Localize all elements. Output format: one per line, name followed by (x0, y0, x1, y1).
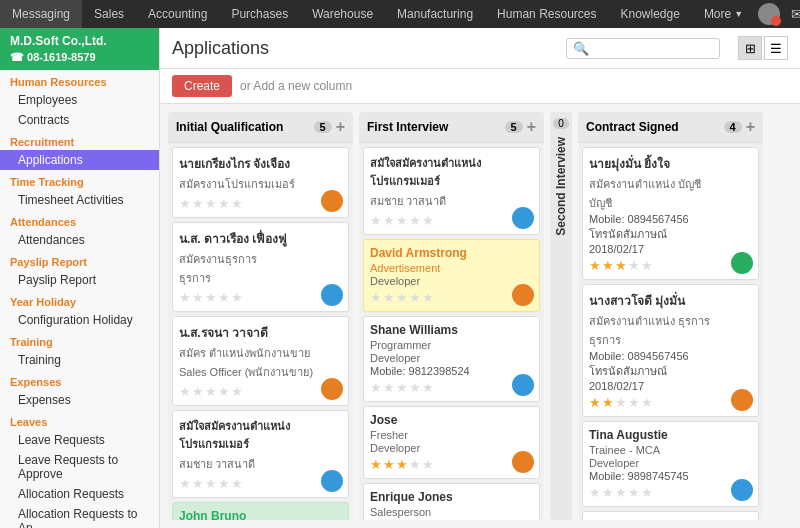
card-initial-2[interactable]: น.ส.รจนา วาจาดี สมัคร ตำแหน่งพนักงานขาย … (172, 316, 349, 406)
card-title: นางสาวโจดี มุ่งมั่น (589, 291, 752, 310)
card-contract-0[interactable]: นายมุ่งมั่น ยิ้งใจ สมัครงานตำแหน่ง บัญชี… (582, 147, 759, 280)
sidebar-item-leave-requests[interactable]: Leave Requests (0, 430, 159, 450)
card-avatar (512, 451, 534, 473)
card-initial-1[interactable]: น.ส. ดาวเรือง เฟื่องฟู สมัครงานธุรการ ธุ… (172, 222, 349, 312)
create-button[interactable]: Create (172, 75, 232, 97)
list-view-icon[interactable]: ☰ (764, 36, 788, 60)
card-contract-1[interactable]: นางสาวโจดี มุ่งมั่น สมัครงานตำแหน่ง ธุรก… (582, 284, 759, 417)
nav-item-sales[interactable]: Sales (82, 0, 136, 28)
nav-item-accounting[interactable]: Accounting (136, 0, 219, 28)
sidebar-item-contracts[interactable]: Contracts (0, 110, 159, 130)
search-box[interactable]: 🔍 (566, 38, 720, 59)
nav-item-more[interactable]: More▼ (692, 0, 755, 28)
card-sub1: สมัครงานตำแหน่ง ธุรการ (589, 312, 752, 330)
col-cards-initial: นายเกรียงไกร จังเจือง สมัครงานโปรแกรมเมอ… (168, 143, 353, 520)
card-sub1: Advertisement (370, 262, 533, 274)
sidebar-section-time-tracking: Time Tracking (0, 170, 159, 190)
col-add-initial[interactable]: + (336, 118, 345, 136)
sidebar-section-leaves: Leaves (0, 410, 159, 430)
search-input[interactable] (593, 41, 713, 55)
col-count-first: 5 (505, 121, 523, 133)
sidebar-item-config-holiday[interactable]: Configuration Holiday (0, 310, 159, 330)
col-add-contract[interactable]: + (746, 118, 755, 136)
sidebar: M.D.Soft Co.,Ltd. ☎ 08-1619-8579 Human R… (0, 28, 160, 528)
sidebar-item-timesheet[interactable]: Timesheet Activities (0, 190, 159, 210)
kanban-board: Initial Qualification 5 + นายเกรียงไกร จ… (160, 104, 800, 528)
logo-phone: ☎ 08-1619-8579 (10, 50, 149, 64)
card-sub1: สมัครงานโปรแกรมเมอร์ (179, 175, 342, 193)
card-stars: ★★★★★ (589, 485, 752, 500)
card-initial-3[interactable]: สมัใจสมัครงานตำแหน่งโปรแกรมเมอร์ สมชาย ว… (172, 410, 349, 498)
card-title: Shane Williams (370, 323, 533, 337)
card-title: น.ส.รจนา วาจาดี (179, 323, 342, 342)
card-sub2: Developer (589, 457, 752, 469)
card-first-4[interactable]: Enrique Jones Salesperson Developer Mobi… (363, 483, 540, 520)
sidebar-item-expenses[interactable]: Expenses (0, 390, 159, 410)
card-title: สมัใจสมัครงานตำแหน่งโปรแกรมเมอร์ (179, 417, 342, 453)
card-stars: ★★★★★ (179, 290, 342, 305)
nav-item-knowledge[interactable]: Knowledge (608, 0, 691, 28)
nav-item-manufacturing[interactable]: Manufacturing (385, 0, 485, 28)
card-stars: ★★★★★ (589, 395, 752, 410)
add-column-link[interactable]: or Add a new column (240, 79, 352, 93)
sidebar-item-allocation-approve[interactable]: Allocation Requests to Ap... (0, 504, 159, 528)
sidebar-item-training[interactable]: Training (0, 350, 159, 370)
nav-item-messaging[interactable]: Messaging (0, 0, 82, 28)
card-info: Mobile: 9812398524 (370, 365, 533, 377)
kanban-view-icon[interactable]: ⊞ (738, 36, 762, 60)
sidebar-section-recruitment: Recruitment (0, 130, 159, 150)
card-first-0[interactable]: สมัใจสมัครงานตำแหน่งโปรแกรมเมอร์ สมชาย ว… (363, 147, 540, 235)
sidebar-item-employees[interactable]: Employees (0, 90, 159, 110)
card-sub2: Developer (370, 352, 533, 364)
card-title: Jose (370, 413, 533, 427)
view-icons: ⊞ ☰ (738, 36, 788, 60)
card-stars: ★★★★★ (179, 196, 342, 211)
sidebar-item-attendances[interactable]: Attendances (0, 230, 159, 250)
card-avatar (321, 190, 343, 212)
card-stars: ★★★★★ (370, 290, 533, 305)
mail-icon[interactable]: ✉ (783, 0, 800, 28)
card-initial-4[interactable]: John Bruno Marketing Job Developer ★★★★★ (172, 502, 349, 520)
col-cards-first: สมัใจสมัครงานตำแหน่งโปรแกรมเมอร์ สมชาย ว… (359, 143, 544, 520)
card-sub1: สมัครงานธุรการ (179, 250, 342, 268)
sidebar-section-attendances: Attendances (0, 210, 159, 230)
col-header-initial: Initial Qualification 5 + (168, 112, 353, 143)
nav-item-warehouse[interactable]: Warehouse (300, 0, 385, 28)
card-contract-3[interactable]: Sandra Elvis More than 5 yrs Experience … (582, 511, 759, 520)
card-sub2: บัญชี (589, 194, 752, 212)
nav-item-hr[interactable]: Human Resources (485, 0, 608, 28)
sidebar-logo[interactable]: M.D.Soft Co.,Ltd. ☎ 08-1619-8579 (0, 28, 159, 70)
user-avatar-icon[interactable] (755, 0, 783, 28)
card-initial-0[interactable]: นายเกรียงไกร จังเจือง สมัครงานโปรแกรมเมอ… (172, 147, 349, 218)
card-stars: ★★★★★ (370, 457, 533, 472)
card-sub2: Developer (370, 519, 533, 520)
card-info: Mobile: 0894567456 โทรนัดสัมภาษณ์ 2018/0… (589, 213, 752, 255)
card-first-3[interactable]: Jose Fresher Developer ★★★★★ (363, 406, 540, 479)
card-sub2: Developer (370, 442, 533, 454)
card-title: นายเกรียงไกร จังเจือง (179, 154, 342, 173)
card-stars: ★★★★★ (370, 213, 533, 228)
col-count-initial: 5 (314, 121, 332, 133)
card-stars: ★★★★★ (179, 384, 342, 399)
card-avatar (512, 374, 534, 396)
card-title: Sandra Elvis (589, 518, 752, 520)
card-avatar (731, 252, 753, 274)
nav-icons: ✉ (755, 0, 800, 28)
card-sub2: ธุรการ (589, 331, 752, 349)
card-first-1[interactable]: David Armstrong Advertisement Developer … (363, 239, 540, 312)
sidebar-item-payslip[interactable]: Payslip Report (0, 270, 159, 290)
nav-item-purchases[interactable]: Purchases (219, 0, 300, 28)
card-first-2[interactable]: Shane Williams Programmer Developer Mobi… (363, 316, 540, 402)
sidebar-item-leave-approve[interactable]: Leave Requests to Approve (0, 450, 159, 484)
card-sub1: Salesperson (370, 506, 533, 518)
sidebar-item-allocation[interactable]: Allocation Requests (0, 484, 159, 504)
card-avatar (731, 389, 753, 411)
card-title: John Bruno (179, 509, 342, 520)
col-add-first[interactable]: + (527, 118, 536, 136)
sidebar-section-hr: Human Resources (0, 70, 159, 90)
card-contract-2[interactable]: Tina Augustie Trainee - MCA Developer Mo… (582, 421, 759, 507)
card-sub2: ธุรการ (179, 269, 342, 287)
card-sub1: Fresher (370, 429, 533, 441)
sidebar-item-applications[interactable]: Applications (0, 150, 159, 170)
sidebar-section-expenses: Expenses (0, 370, 159, 390)
